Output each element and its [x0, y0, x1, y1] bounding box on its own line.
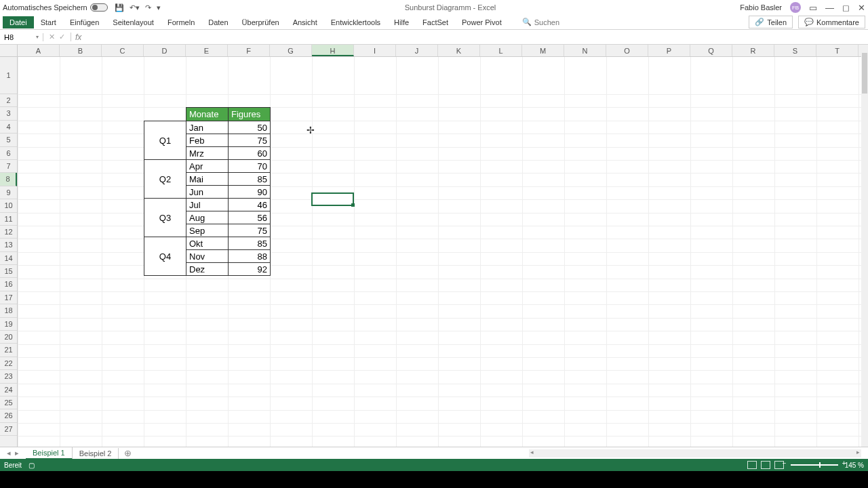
row-header[interactable]: 27 [0, 423, 17, 436]
column-header[interactable]: F [228, 45, 270, 56]
tab-start[interactable]: Start [34, 16, 63, 28]
cell-value[interactable]: 75 [229, 224, 271, 237]
row-header[interactable]: 7 [0, 160, 17, 173]
cell-month[interactable]: Mai [186, 173, 229, 186]
row-header[interactable]: 26 [0, 409, 17, 422]
cell-month[interactable]: Feb [186, 134, 229, 147]
row-header[interactable]: 17 [0, 291, 17, 304]
row-header[interactable]: 21 [0, 344, 17, 357]
fx-icon[interactable]: fx [71, 33, 85, 42]
sheet-nav-prev-icon[interactable]: ◂ [7, 449, 11, 458]
row-header[interactable]: 2 [0, 94, 17, 107]
cell-month[interactable]: Nov [186, 250, 229, 263]
sheet-tab-active[interactable]: Beispiel 1 [26, 447, 73, 460]
row-header[interactable]: 22 [0, 357, 17, 370]
cell-value[interactable]: 88 [229, 250, 271, 263]
tab-ansicht[interactable]: Ansicht [286, 16, 324, 28]
cell-value[interactable]: 85 [229, 173, 271, 186]
row-header[interactable]: 19 [0, 318, 17, 331]
column-header[interactable]: D [144, 45, 186, 56]
tab-file[interactable]: Datei [3, 16, 34, 28]
row-header[interactable]: 9 [0, 186, 17, 199]
row-header[interactable]: 23 [0, 370, 17, 383]
search-input[interactable] [534, 18, 589, 26]
user-avatar[interactable]: FB [790, 2, 801, 13]
column-header[interactable]: S [774, 45, 816, 56]
cell-q1[interactable]: Q1 [144, 121, 186, 160]
column-header[interactable]: C [102, 45, 144, 56]
row-header[interactable]: 5 [0, 134, 17, 146]
cell-value[interactable]: 56 [229, 211, 271, 224]
cell-value[interactable]: 90 [229, 186, 271, 199]
column-header[interactable]: M [522, 45, 564, 56]
cell-month[interactable]: Dez [186, 263, 229, 276]
add-sheet-icon[interactable]: ⊕ [119, 448, 137, 458]
toggle-switch-icon[interactable] [90, 3, 108, 12]
user-name[interactable]: Fabio Basler [740, 3, 782, 12]
cell-month[interactable]: Aug [186, 211, 229, 224]
tab-einfuegen[interactable]: Einfügen [63, 16, 106, 28]
column-header[interactable]: E [186, 45, 228, 56]
tab-hilfe[interactable]: Hilfe [387, 16, 416, 28]
row-header[interactable]: 14 [0, 252, 17, 265]
share-button[interactable]: 🔗 Teilen [749, 16, 793, 28]
cell-month[interactable]: Apr [186, 160, 229, 173]
column-header[interactable]: J [396, 45, 438, 56]
comments-button[interactable]: 💬 Kommentare [798, 16, 865, 28]
cell-value[interactable]: 92 [229, 263, 271, 276]
sheet-tab[interactable]: Beispiel 2 [73, 448, 119, 459]
cell-month[interactable]: Jun [186, 186, 229, 199]
cell-q3[interactable]: Q3 [144, 199, 186, 237]
undo-icon[interactable]: ↶▾ [130, 3, 140, 12]
column-headers[interactable]: ABCDEFGHIJKLMNOPQRST [18, 45, 861, 57]
view-normal-icon[interactable] [747, 461, 757, 469]
column-header[interactable]: G [270, 45, 312, 56]
cell-month[interactable]: Jul [186, 199, 229, 211]
row-header[interactable]: 15 [0, 265, 17, 278]
save-icon[interactable]: 💾 [115, 3, 124, 12]
cell-value[interactable]: 60 [229, 147, 271, 160]
close-icon[interactable]: ✕ [858, 3, 865, 13]
cell-month[interactable]: Mrz [186, 147, 229, 160]
row-header[interactable]: 13 [0, 239, 17, 251]
column-header[interactable]: R [732, 45, 774, 56]
cell-month[interactable]: Okt [186, 237, 229, 250]
row-header[interactable]: 8 [0, 173, 17, 186]
maximize-icon[interactable]: ◻ [842, 3, 850, 13]
redo-icon[interactable]: ↷ [145, 3, 151, 12]
row-header[interactable]: 12 [0, 226, 17, 239]
cell-q2[interactable]: Q2 [144, 160, 186, 199]
row-header[interactable]: 3 [0, 107, 17, 120]
row-header[interactable]: 25 [0, 396, 17, 409]
column-header[interactable]: B [60, 45, 102, 56]
macro-record-icon[interactable]: ▢ [28, 462, 35, 469]
cell-month[interactable]: Sep [186, 224, 229, 237]
row-header[interactable]: 24 [0, 384, 17, 396]
spreadsheet-grid[interactable]: ABCDEFGHIJKLMNOPQRST 1234567891011121314… [0, 45, 868, 447]
row-headers[interactable]: 1234567891011121314151617181920212223242… [0, 57, 18, 447]
cell-month[interactable]: Jan [186, 121, 229, 134]
row-header[interactable]: 11 [0, 213, 17, 226]
column-header[interactable]: T [816, 45, 859, 56]
view-pagelayout-icon[interactable] [761, 461, 770, 469]
row-header[interactable]: 4 [0, 121, 17, 134]
row-header[interactable]: 18 [0, 304, 17, 317]
ribbon-options-icon[interactable]: ▭ [809, 3, 817, 13]
column-header[interactable]: Q [690, 45, 732, 56]
cell-q4[interactable]: Q4 [144, 237, 186, 276]
name-box[interactable]: H8 [0, 33, 43, 41]
row-header[interactable]: 10 [0, 199, 17, 212]
horizontal-scrollbar[interactable] [529, 449, 861, 458]
zoom-level[interactable]: 145 % [845, 462, 864, 469]
cell-value[interactable]: 85 [229, 237, 271, 250]
tab-entwicklertools[interactable]: Entwicklertools [324, 16, 387, 28]
row-header[interactable]: 20 [0, 331, 17, 344]
autosave-toggle[interactable]: Automatisches Speichern [3, 3, 108, 12]
tab-seitenlayout[interactable]: Seitenlayout [106, 16, 161, 28]
tab-factset[interactable]: FactSet [416, 16, 455, 28]
search-box[interactable]: 🔍 [522, 18, 589, 26]
vertical-scrollbar[interactable] [861, 45, 868, 447]
tab-formeln[interactable]: Formeln [161, 16, 201, 28]
column-header[interactable]: N [564, 45, 606, 56]
tab-powerpivot[interactable]: Power Pivot [455, 16, 509, 28]
